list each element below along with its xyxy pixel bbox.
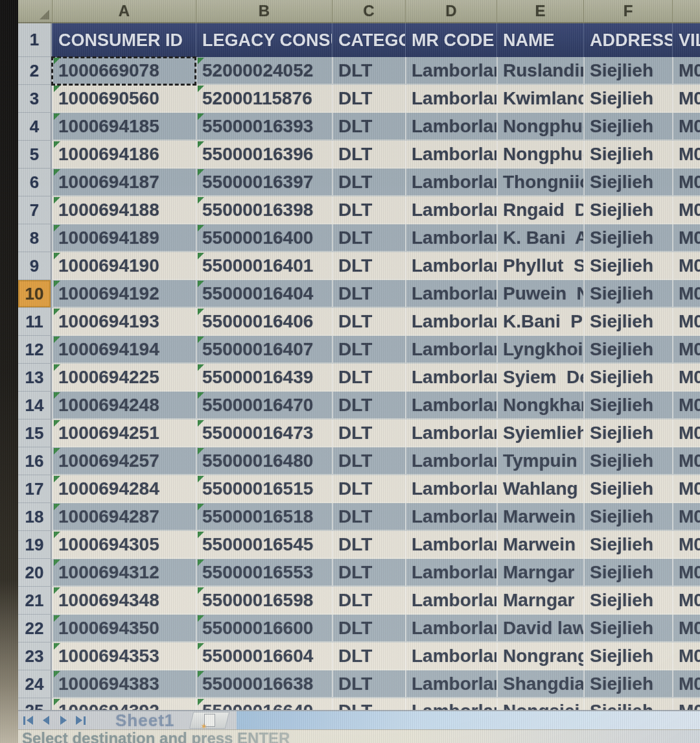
cell-G14[interactable]: M02ga bbox=[672, 392, 700, 419]
cell-C23[interactable]: DLT bbox=[332, 643, 405, 670]
cell-C4[interactable]: DLT bbox=[332, 113, 405, 141]
cell-D2[interactable]: Lamborlar bbox=[405, 57, 496, 85]
row-header-6[interactable]: 6 bbox=[18, 169, 52, 196]
column-header-C[interactable]: C bbox=[332, 0, 405, 23]
cell-E23[interactable]: Nongrang bbox=[496, 643, 583, 670]
cell-F7[interactable]: Siejlieh bbox=[583, 196, 672, 224]
cell-A25[interactable]: 1000694392 bbox=[52, 698, 196, 710]
cell-D9[interactable]: Lamborlar bbox=[405, 252, 496, 280]
cell-G24[interactable]: M02ga bbox=[672, 670, 700, 698]
cell-C5[interactable]: DLT bbox=[332, 141, 405, 169]
column-header-F[interactable]: F bbox=[583, 0, 672, 23]
cell-C25[interactable]: DLT bbox=[332, 698, 405, 710]
row-header-21[interactable]: 21 bbox=[18, 587, 52, 615]
row-header-23[interactable]: 23 bbox=[18, 643, 52, 670]
cell-A23[interactable]: 1000694353 bbox=[52, 643, 196, 670]
cell-G1[interactable]: VILLAGE bbox=[672, 23, 700, 57]
cell-A1[interactable]: CONSUMER ID bbox=[52, 23, 196, 57]
cell-D12[interactable]: Lamborlar bbox=[405, 336, 496, 364]
cell-D15[interactable]: Lamborlar bbox=[405, 419, 496, 447]
cell-D13[interactable]: Lamborlar bbox=[405, 364, 496, 392]
cell-B8[interactable]: 55000016400 bbox=[196, 224, 332, 252]
cell-B13[interactable]: 55000016439 bbox=[196, 364, 332, 392]
cell-A9[interactable]: 1000694190 bbox=[52, 252, 196, 280]
cell-G13[interactable]: M02ga bbox=[672, 364, 700, 392]
cell-E12[interactable]: Lyngkhoi bbox=[496, 336, 583, 364]
last-sheet-button[interactable] bbox=[72, 716, 89, 725]
cell-F10[interactable]: Siejlieh bbox=[583, 280, 672, 308]
column-header-B[interactable]: B bbox=[196, 0, 332, 23]
cell-B10[interactable]: 55000016404 bbox=[196, 280, 332, 308]
cell-G8[interactable]: M02ga bbox=[672, 224, 700, 252]
cell-A24[interactable]: 1000694383 bbox=[52, 670, 196, 698]
cell-F13[interactable]: Siejlieh bbox=[583, 364, 672, 392]
cell-C1[interactable]: CATEGORY bbox=[332, 23, 405, 57]
row-header-5[interactable]: 5 bbox=[18, 141, 52, 169]
cell-F25[interactable]: Siejlieh bbox=[583, 698, 672, 710]
cell-A14[interactable]: 1000694248 bbox=[52, 392, 196, 419]
horizontal-scrollbar[interactable] bbox=[237, 711, 700, 729]
cell-E10[interactable]: Puwein N bbox=[496, 280, 583, 308]
cell-E4[interactable]: Nongphuc bbox=[496, 113, 583, 141]
cell-B15[interactable]: 55000016473 bbox=[196, 419, 332, 447]
cell-E17[interactable]: Wahlang bbox=[496, 475, 583, 503]
cell-G16[interactable]: M02ga bbox=[672, 447, 700, 475]
cell-A16[interactable]: 1000694257 bbox=[52, 447, 196, 475]
cell-A17[interactable]: 1000694284 bbox=[52, 475, 196, 503]
cell-G7[interactable]: M02ga bbox=[672, 196, 700, 224]
cell-D21[interactable]: Lamborlar bbox=[405, 587, 496, 615]
row-header-12[interactable]: 12 bbox=[18, 336, 52, 364]
cell-A18[interactable]: 1000694287 bbox=[52, 503, 196, 531]
cell-G2[interactable]: M02ga bbox=[672, 57, 700, 85]
cell-B5[interactable]: 55000016396 bbox=[196, 141, 332, 169]
cell-C10[interactable]: DLT bbox=[332, 280, 405, 308]
cell-C2[interactable]: DLT bbox=[332, 57, 405, 85]
row-header-20[interactable]: 20 bbox=[18, 559, 52, 587]
cell-G22[interactable]: M02ga bbox=[672, 615, 700, 643]
cell-F11[interactable]: Siejlieh bbox=[583, 308, 672, 336]
cell-B21[interactable]: 55000016598 bbox=[196, 587, 332, 615]
cell-E18[interactable]: Marwein bbox=[496, 503, 583, 531]
row-header-24[interactable]: 24 bbox=[18, 670, 52, 698]
cell-G9[interactable]: M02ga bbox=[672, 252, 700, 280]
row-header-22[interactable]: 22 bbox=[18, 615, 52, 643]
cell-A12[interactable]: 1000694194 bbox=[52, 336, 196, 364]
cell-C20[interactable]: DLT bbox=[332, 559, 405, 587]
cell-G3[interactable]: M02ga bbox=[672, 85, 700, 113]
cell-B14[interactable]: 55000016470 bbox=[196, 392, 332, 419]
row-header-14[interactable]: 14 bbox=[18, 392, 52, 419]
cell-A5[interactable]: 1000694186 bbox=[52, 141, 196, 169]
cell-B9[interactable]: 55000016401 bbox=[196, 252, 332, 280]
cell-B1[interactable]: LEGACY CONSUMER ID bbox=[196, 23, 332, 57]
cell-A19[interactable]: 1000694305 bbox=[52, 531, 196, 559]
cell-A20[interactable]: 1000694312 bbox=[52, 559, 196, 587]
cell-F6[interactable]: Siejlieh bbox=[583, 169, 672, 196]
cell-G6[interactable]: M02ga bbox=[672, 169, 700, 196]
row-header-16[interactable]: 16 bbox=[18, 447, 52, 475]
cell-C22[interactable]: DLT bbox=[332, 615, 405, 643]
cell-B24[interactable]: 55000016638 bbox=[196, 670, 332, 698]
cell-A11[interactable]: 1000694193 bbox=[52, 308, 196, 336]
cell-D19[interactable]: Lamborlar bbox=[405, 531, 496, 559]
column-header-D[interactable]: D bbox=[405, 0, 496, 23]
cell-D10[interactable]: Lamborlar bbox=[405, 280, 496, 308]
cell-G5[interactable]: M02ga bbox=[672, 141, 700, 169]
cell-E25[interactable]: Nongsiej bbox=[496, 698, 583, 710]
select-all-button[interactable] bbox=[18, 0, 52, 23]
cell-D4[interactable]: Lamborlar bbox=[405, 113, 496, 141]
cell-B25[interactable]: 55000016640 bbox=[196, 698, 332, 710]
cell-E7[interactable]: Rngaid Dv bbox=[496, 196, 583, 224]
cell-D11[interactable]: Lamborlar bbox=[405, 308, 496, 336]
cell-G4[interactable]: M02ga bbox=[672, 113, 700, 141]
cell-E9[interactable]: Phyllut Si bbox=[496, 252, 583, 280]
cell-C16[interactable]: DLT bbox=[332, 447, 405, 475]
cell-F18[interactable]: Siejlieh bbox=[583, 503, 672, 531]
cell-D7[interactable]: Lamborlar bbox=[405, 196, 496, 224]
cell-E22[interactable]: David law bbox=[496, 615, 583, 643]
cell-C14[interactable]: DLT bbox=[332, 392, 405, 419]
cell-G10[interactable]: M02ga bbox=[672, 280, 700, 308]
cell-C8[interactable]: DLT bbox=[332, 224, 405, 252]
cell-G21[interactable]: M02ga bbox=[672, 587, 700, 615]
cell-F3[interactable]: Siejlieh bbox=[583, 85, 672, 113]
cell-D20[interactable]: Lamborlar bbox=[405, 559, 496, 587]
